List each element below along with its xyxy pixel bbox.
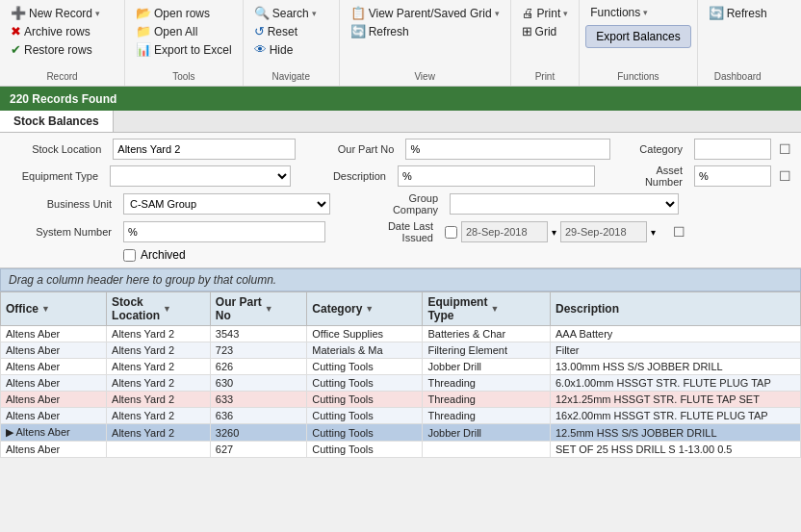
col-description-label: Description bbox=[556, 302, 619, 316]
functions-button[interactable]: Functions ▾ bbox=[585, 4, 653, 21]
table-cell: Cutting Tools bbox=[307, 408, 423, 424]
asset-number-input[interactable] bbox=[694, 165, 771, 187]
date-to-input[interactable] bbox=[560, 221, 647, 242]
table-cell: Cutting Tools bbox=[307, 359, 423, 375]
stock-location-filter-icon[interactable]: ▼ bbox=[163, 304, 171, 314]
archived-label: Archived bbox=[141, 248, 186, 262]
part-no-filter-icon[interactable]: ▼ bbox=[265, 304, 273, 314]
business-unit-label: Business Unit bbox=[10, 198, 116, 210]
group-company-select[interactable] bbox=[450, 193, 679, 215]
toolbar-group-navigate: 🔍 Search ▾ ↺ Reset 👁 Hide Navigate bbox=[244, 0, 340, 86]
toolbar-group-functions: Functions ▾ Export Balances Functions bbox=[580, 0, 697, 86]
search-label: Search bbox=[272, 7, 309, 20]
col-equipment-type: EquipmentType ▼ bbox=[423, 292, 551, 326]
search-button[interactable]: 🔍 Search ▾ bbox=[249, 4, 322, 22]
view-parent-button[interactable]: 📋 View Parent/Saved Grid ▾ bbox=[346, 4, 504, 22]
stock-location-label: Stock Location bbox=[10, 143, 105, 155]
data-table: Office ▼ StockLocation ▼ Our PartNo bbox=[0, 291, 801, 458]
table-cell: 3543 bbox=[210, 326, 307, 342]
col-part-no-label: Our PartNo bbox=[216, 295, 262, 322]
date-checkbox[interactable] bbox=[445, 226, 457, 239]
col-description: Description bbox=[551, 292, 801, 326]
table-row[interactable]: ▶ Altens AberAltens Yard 23260Cutting To… bbox=[1, 424, 801, 442]
col-office-label: Office bbox=[6, 302, 39, 316]
table-row[interactable]: Altens AberAltens Yard 2723Materials & M… bbox=[1, 342, 801, 359]
table-row[interactable]: Altens AberAltens Yard 2630Cutting Tools… bbox=[1, 375, 801, 392]
description-label: Description bbox=[323, 170, 390, 182]
new-record-button[interactable]: ➕ New Record ▾ bbox=[6, 4, 105, 22]
open-all-button[interactable]: 📁 Open All bbox=[131, 22, 202, 40]
date-from-input[interactable] bbox=[461, 221, 548, 242]
col-part-no: Our PartNo ▼ bbox=[210, 292, 307, 326]
table-row[interactable]: Altens Aber627Cutting ToolsSET OF 25 HSS… bbox=[1, 442, 801, 458]
table-cell: SET OF 25 HSS DRILL S 1-13.00 0.5 bbox=[551, 442, 801, 458]
equipment-type-filter-icon[interactable]: ▼ bbox=[490, 304, 499, 314]
toolbar-group-record: ➕ New Record ▾ ✖ Archive rows ✔ Restore … bbox=[0, 0, 125, 86]
table-cell bbox=[107, 442, 211, 458]
category-filter-icon[interactable]: ▼ bbox=[365, 304, 374, 314]
table-cell: Threading bbox=[423, 375, 551, 392]
export-balances-label: Export Balances bbox=[596, 30, 680, 43]
archive-rows-button[interactable]: ✖ Archive rows bbox=[6, 22, 95, 40]
table-row[interactable]: Altens AberAltens Yard 2633Cutting Tools… bbox=[1, 392, 801, 408]
refresh-view-label: Refresh bbox=[369, 25, 409, 38]
filter-row-2: Equipment Type Description Asset Number … bbox=[10, 165, 791, 188]
toolbar-group-print: 🖨 Print ▾ ⊞ Grid Print bbox=[511, 0, 581, 86]
office-filter-icon[interactable]: ▼ bbox=[41, 304, 50, 314]
reset-icon: ↺ bbox=[254, 24, 265, 38]
restore-icon: ✔ bbox=[11, 42, 21, 57]
grid-button[interactable]: ⊞ Grid bbox=[517, 22, 562, 40]
export-balances-button[interactable]: Export Balances bbox=[585, 25, 690, 48]
tab-stock-balances[interactable]: Stock Balances bbox=[0, 111, 114, 132]
table-cell: Filtering Element bbox=[423, 342, 551, 359]
navigate-group-label: Navigate bbox=[244, 71, 339, 82]
table-cell: Altens Aber bbox=[1, 408, 107, 424]
description-input[interactable] bbox=[398, 165, 595, 187]
restore-rows-button[interactable]: ✔ Restore rows bbox=[6, 40, 97, 59]
system-number-input[interactable] bbox=[123, 221, 325, 242]
table-row[interactable]: Altens AberAltens Yard 23543Office Suppl… bbox=[1, 326, 801, 342]
table-cell: 626 bbox=[210, 359, 307, 375]
table-cell: 16x2.00mm HSSGT STR. FLUTE PLUG TAP bbox=[551, 408, 801, 424]
row4-checkbox[interactable]: ☐ bbox=[673, 224, 685, 240]
table-cell: Cutting Tools bbox=[307, 424, 423, 442]
table-row[interactable]: Altens AberAltens Yard 2636Cutting Tools… bbox=[1, 408, 801, 424]
reset-button[interactable]: ↺ Reset bbox=[249, 22, 302, 40]
open-rows-button[interactable]: 📂 Open rows bbox=[131, 4, 215, 22]
hide-button[interactable]: 👁 Hide bbox=[249, 40, 298, 59]
table-cell: Altens Aber bbox=[1, 392, 107, 408]
refresh-dash-button[interactable]: 🔄 Refresh bbox=[704, 4, 772, 22]
refresh-view-button[interactable]: 🔄 Refresh bbox=[346, 22, 414, 40]
grid-icon: ⊞ bbox=[522, 24, 532, 38]
table-cell: 3260 bbox=[210, 424, 307, 442]
table-cell: 12x1.25mm HSSGT STR. FLUTE TAP SET bbox=[551, 392, 801, 408]
table-cell: 13.00mm HSS S/S JOBBER DRILL bbox=[551, 359, 801, 375]
our-part-no-input[interactable] bbox=[405, 139, 609, 160]
print-group-label: Print bbox=[511, 71, 580, 82]
grid-container[interactable]: Office ▼ StockLocation ▼ Our PartNo bbox=[0, 291, 801, 532]
col-category-label: Category bbox=[312, 302, 362, 316]
archived-row: Archived bbox=[123, 248, 791, 262]
view-parent-label: View Parent/Saved Grid bbox=[369, 7, 492, 20]
asset-number-checkbox[interactable]: ☐ bbox=[779, 168, 791, 184]
records-count: 220 Records Found bbox=[10, 92, 116, 106]
functions-arrow: ▾ bbox=[643, 8, 648, 17]
grid-label: Grid bbox=[535, 25, 557, 38]
business-unit-select[interactable]: C-SAM Group bbox=[123, 193, 330, 215]
table-row[interactable]: Altens AberAltens Yard 2626Cutting Tools… bbox=[1, 359, 801, 375]
table-cell: 12.5mm HSS S/S JOBBER DRILL bbox=[551, 424, 801, 442]
app-container: ➕ New Record ▾ ✖ Archive rows ✔ Restore … bbox=[0, 0, 801, 532]
our-part-no-label: Our Part No bbox=[328, 143, 398, 155]
category-checkbox[interactable]: ☐ bbox=[779, 141, 791, 157]
table-cell: Altens Aber bbox=[1, 326, 107, 342]
tab-stock-balances-label: Stock Balances bbox=[13, 114, 99, 128]
print-button[interactable]: 🖨 Print ▾ bbox=[517, 4, 574, 22]
archived-checkbox[interactable] bbox=[123, 249, 136, 262]
export-excel-button[interactable]: 📊 Export to Excel bbox=[131, 40, 237, 59]
stock-location-input[interactable] bbox=[113, 139, 296, 160]
table-body: Altens AberAltens Yard 23543Office Suppl… bbox=[1, 326, 801, 458]
toolbar-group-tools: 📂 Open rows 📁 Open All 📊 Export to Excel… bbox=[125, 0, 244, 86]
category-input[interactable] bbox=[694, 139, 771, 160]
equipment-type-select[interactable] bbox=[110, 165, 291, 187]
table-cell: Altens Yard 2 bbox=[107, 424, 211, 442]
